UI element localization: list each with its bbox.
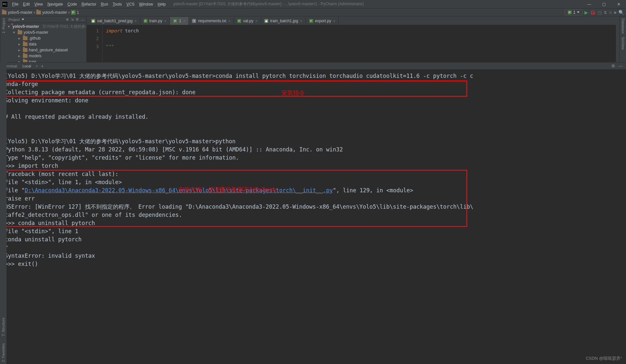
project-hide-icon[interactable]: — — [81, 18, 84, 22]
tree-item[interactable]: ▸data — [7, 41, 86, 47]
terminal-line: >>> exit() — [5, 260, 621, 268]
rail-sciview[interactable]: SciView — [621, 37, 625, 50]
window-title: yolov5-master [D:\Yolo学习\01 大佬的参考代码\yolo… — [173, 1, 582, 7]
terminal-line: >>> import torch — [5, 162, 621, 170]
editor-tab[interactable]: Pexport.py× — [306, 17, 339, 25]
tree-item[interactable]: ▸models — [7, 53, 86, 59]
tree-item[interactable]: ▸runs — [7, 59, 86, 62]
project-pane-header: Project ⊕ ⇲ ⚙ — — [7, 16, 86, 23]
rail-project[interactable]: 1: Project — [2, 18, 6, 33]
terminal-line: Type "help", "copyright", "credits" or "… — [5, 154, 621, 162]
maximize-button[interactable]: ▢ — [597, 0, 611, 8]
menu-window[interactable]: Window — [137, 2, 155, 7]
project-pane-title: Project — [9, 18, 20, 22]
terminal-line: SyntaxError: invalid syntax — [5, 252, 621, 260]
editor-tab[interactable]: Ptrain.py× — [140, 17, 170, 25]
terminal-line: caffe2_detectron_ops.dll" or one of its … — [5, 211, 621, 219]
terminal-add-tab[interactable]: + — [41, 63, 44, 69]
project-settings-icon[interactable]: ⚙ — [76, 17, 79, 22]
terminal-line: File "<stdin>", line 1, in <module> — [5, 178, 621, 186]
run-toolbar: P 1 ▶ 🐞 ◳ ⧗ ≡ ■ 🔍 — [565, 9, 624, 15]
folder-icon — [2, 10, 7, 14]
terminal-line: Solving environment: done — [5, 96, 621, 105]
left-rail[interactable]: 1: Project — [0, 16, 7, 62]
minimize-button[interactable]: — — [582, 0, 597, 8]
terminal-line: onda-forge — [5, 80, 621, 88]
main-menu[interactable]: FileEditViewNavigateCodeRefactorRunTools… — [10, 2, 168, 7]
editor-tab[interactable]: Pval.py× — [234, 17, 261, 25]
terminal-line: conda uninstall pytorch — [5, 235, 621, 244]
more-run-button[interactable]: ≡ — [609, 10, 612, 15]
terminal-line: (Yolo5) D:\Yolo学习\01 大佬的参考代码\yolov5-mast… — [5, 72, 621, 80]
terminal-header: Terminal: Local × + ⚙ — — [0, 62, 626, 69]
left-rail-lower[interactable]: 2: Favorites 7: Structure — [0, 62, 7, 364]
menu-file[interactable]: File — [10, 2, 21, 7]
breadcrumb: yolov5-master › yolov5-master › P1 — [2, 10, 79, 15]
menu-edit[interactable]: Edit — [21, 2, 32, 7]
gutter: 1 2 3 — [87, 25, 102, 62]
python-file-icon: P — [568, 10, 572, 14]
rail-structure[interactable]: 7: Structure — [1, 318, 5, 336]
terminal-line: Collecting package metadata (current_rep… — [5, 88, 621, 96]
menu-refactor[interactable]: Refactor — [79, 2, 98, 7]
terminal-line: raise err — [5, 195, 621, 203]
menu-run[interactable]: Run — [98, 2, 110, 7]
debug-button[interactable]: 🐞 — [590, 10, 596, 15]
editor: ▣val_batch1_pred.jpg×Ptrain.py×P1×Trequi… — [87, 16, 619, 62]
tree-root[interactable]: ▾ yolov5-master D:\Yolo学习\01 大佬的参考代码\yol… — [7, 24, 86, 29]
menu-code[interactable]: Code — [65, 2, 79, 7]
terminal-line: # All requested packages already install… — [5, 113, 621, 121]
terminal-line: ^ — [5, 244, 621, 252]
terminal-line: File "<stdin>", line 1 — [5, 227, 621, 235]
project-tool-window: Project ⊕ ⇲ ⚙ — ▾ yolov5-master D:\Yolo学… — [7, 16, 87, 62]
terminal-line: Python 3.8.13 (default, Mar 28 2022, 06:… — [5, 146, 621, 154]
menu-view[interactable]: View — [32, 2, 45, 7]
tree-item[interactable]: ▸.github — [7, 35, 86, 41]
tree-item[interactable]: ▸hand_gesture_dataset — [7, 47, 86, 53]
menu-help[interactable]: Help — [155, 2, 168, 7]
editor-tab[interactable]: ▣train_batch1.jpg× — [261, 17, 306, 25]
menu-vcs[interactable]: VCS — [124, 2, 137, 7]
run-cov-button[interactable]: ◳ — [598, 10, 602, 15]
editor-tabs[interactable]: ▣val_batch1_pred.jpg×Ptrain.py×P1×Trequi… — [87, 16, 619, 25]
profile-button[interactable]: ⧗ — [604, 9, 607, 15]
stop-button[interactable]: ■ — [614, 10, 617, 15]
tree-item[interactable]: ▾yolov5-master — [7, 29, 86, 35]
editor-tab[interactable]: ▣val_batch1_pred.jpg× — [88, 17, 140, 25]
project-gear-icon[interactable]: ⊕ — [66, 17, 69, 22]
project-tree[interactable]: ▾ yolov5-master D:\Yolo学习\01 大佬的参考代码\yol… — [7, 23, 86, 62]
right-rail[interactable]: Database SciView — [619, 16, 626, 62]
chevron-down-icon[interactable] — [22, 19, 24, 20]
search-button[interactable]: 🔍 — [618, 10, 624, 15]
crumb-1[interactable]: yolov5-master — [36, 10, 67, 15]
menu-navigate[interactable]: Navigate — [45, 2, 65, 7]
crumb-file[interactable]: P1 — [71, 10, 79, 15]
terminal-line: Traceback (most recent call last): — [5, 170, 621, 178]
chevron-down-icon — [577, 11, 580, 13]
terminal-settings-icon[interactable]: ⚙ — [611, 63, 615, 68]
code-body[interactable]: import torch """ — [102, 25, 616, 62]
run-button[interactable]: ▶ — [584, 10, 588, 15]
terminal-tab-local[interactable]: Local — [21, 64, 32, 68]
terminal-hide-icon[interactable]: — — [618, 63, 623, 68]
nav-bar: yolov5-master › yolov5-master › P1 P 1 ▶… — [0, 9, 626, 16]
crumb-root[interactable]: yolov5-master — [2, 10, 32, 15]
terminal-line: (Yolo5) D:\Yolo学习\01 大佬的参考代码\yolov5-mast… — [5, 137, 621, 146]
editor-tab[interactable]: Trequirements.txt× — [189, 17, 234, 25]
annotation-text-1: 安装指令 — [281, 89, 305, 97]
close-button[interactable]: ✕ — [611, 0, 626, 8]
terminal-line: OSError: [WinError 127] 找不到指定的程序。 Error … — [5, 203, 621, 211]
editor-tab[interactable]: P1× — [170, 17, 189, 25]
run-config-selector[interactable]: P 1 — [565, 9, 583, 15]
code-area[interactable]: 1 2 3 import torch """ — [87, 25, 619, 62]
terminal-line: File "D:\Anaconda3\Anaconda3-2022.05-Win… — [5, 186, 621, 195]
rail-favorites[interactable]: 2: Favorites — [1, 343, 5, 362]
project-collapse-icon[interactable]: ⇲ — [71, 17, 74, 22]
terminal-line: >>> conda uninstall pytorch — [5, 219, 621, 227]
python-file-icon: P — [71, 10, 76, 15]
pycharm-icon: PC — [2, 1, 8, 7]
terminal-body[interactable]: (Yolo5) D:\Yolo学习\01 大佬的参考代码\yolov5-mast… — [0, 69, 626, 271]
scrollbar[interactable] — [616, 25, 619, 62]
rail-database[interactable]: Database — [621, 18, 625, 34]
menu-tools[interactable]: Tools — [110, 2, 124, 7]
